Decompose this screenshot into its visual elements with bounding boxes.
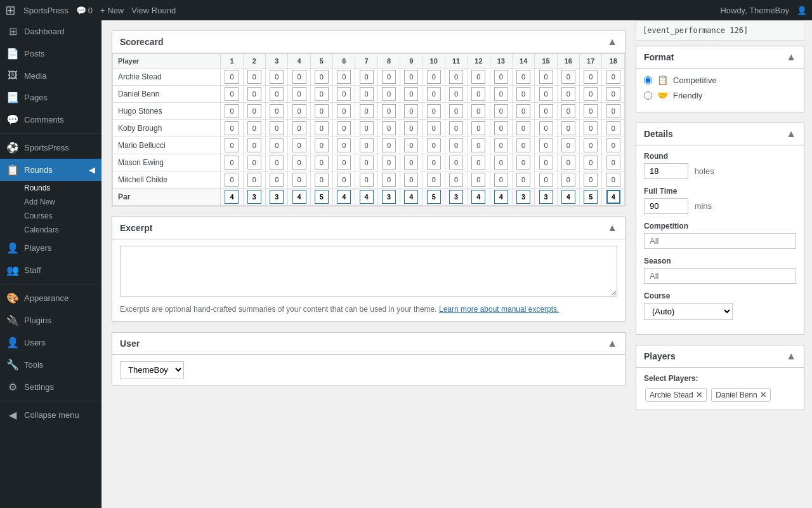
par-input[interactable] (404, 190, 418, 204)
score-input[interactable] (516, 87, 530, 101)
par-input[interactable] (561, 190, 575, 204)
par-input[interactable] (584, 190, 598, 204)
score-input[interactable] (516, 138, 530, 152)
score-input[interactable] (225, 104, 239, 118)
score-input[interactable] (360, 138, 374, 152)
score-input[interactable] (337, 87, 351, 101)
score-input[interactable] (516, 70, 530, 84)
score-input[interactable] (561, 121, 575, 135)
score-input[interactable] (382, 173, 396, 187)
view-round-link[interactable]: View Round (131, 6, 176, 15)
par-input[interactable] (449, 190, 463, 204)
score-input[interactable] (584, 138, 598, 152)
score-input[interactable] (360, 70, 374, 84)
score-input[interactable] (584, 87, 598, 101)
scorecard-header[interactable]: Scorecard ▲ (112, 31, 625, 53)
user-header[interactable]: User ▲ (112, 333, 625, 355)
format-toggle-icon[interactable]: ▲ (786, 51, 796, 63)
par-input[interactable] (494, 190, 508, 204)
sidebar-item-staff[interactable]: 👥 Staff (0, 259, 102, 281)
score-input[interactable] (449, 70, 463, 84)
sidebar-sub-rounds[interactable]: Rounds (0, 181, 102, 195)
course-select[interactable]: (Auto) (644, 303, 733, 320)
score-input[interactable] (427, 121, 441, 135)
par-input[interactable] (539, 190, 553, 204)
player-tag-archie-remove[interactable]: ✕ (696, 391, 702, 399)
score-input[interactable] (315, 173, 329, 187)
score-input[interactable] (382, 70, 396, 84)
score-input[interactable] (471, 121, 485, 135)
score-input[interactable] (315, 104, 329, 118)
score-input[interactable] (427, 104, 441, 118)
round-input[interactable] (644, 163, 688, 179)
par-input[interactable] (247, 190, 261, 204)
score-input[interactable] (471, 87, 485, 101)
score-input[interactable] (471, 138, 485, 152)
sidebar-item-tools[interactable]: 🔧 Tools (0, 354, 102, 376)
score-input[interactable] (337, 104, 351, 118)
score-input[interactable] (427, 70, 441, 84)
score-input[interactable] (427, 173, 441, 187)
score-input[interactable] (225, 70, 239, 84)
score-input[interactable] (270, 138, 284, 152)
score-input[interactable] (315, 156, 329, 170)
score-input[interactable] (561, 156, 575, 170)
score-input[interactable] (494, 121, 508, 135)
shortcode-box[interactable]: [event_performance 126] (636, 20, 804, 41)
score-input[interactable] (247, 104, 261, 118)
score-input[interactable] (247, 70, 261, 84)
score-input[interactable] (561, 70, 575, 84)
score-input[interactable] (270, 104, 284, 118)
sidebar-sub-calendars[interactable]: Calendars (0, 223, 102, 237)
score-input[interactable] (539, 121, 553, 135)
competition-input[interactable] (644, 233, 796, 249)
sidebar-item-players[interactable]: 👤 Players (0, 237, 102, 259)
score-input[interactable] (382, 104, 396, 118)
score-input[interactable] (315, 87, 329, 101)
par-input[interactable] (471, 190, 485, 204)
score-input[interactable] (337, 156, 351, 170)
score-input[interactable] (270, 156, 284, 170)
score-input[interactable] (449, 121, 463, 135)
excerpt-learn-more-link[interactable]: Learn more about manual excerpts. (439, 305, 559, 314)
sidebar-item-comments[interactable]: 💬 Comments (0, 109, 102, 131)
score-input[interactable] (561, 138, 575, 152)
score-input[interactable] (225, 87, 239, 101)
score-input[interactable] (516, 173, 530, 187)
players-header[interactable]: Players ▲ (636, 345, 804, 368)
score-input[interactable] (337, 121, 351, 135)
score-input[interactable] (404, 138, 418, 152)
score-input[interactable] (427, 156, 441, 170)
score-input[interactable] (471, 104, 485, 118)
score-input[interactable] (404, 173, 418, 187)
par-input[interactable] (315, 190, 329, 204)
user-select[interactable]: ThemeBoy (120, 361, 184, 378)
score-input[interactable] (270, 87, 284, 101)
score-input[interactable] (539, 173, 553, 187)
score-input[interactable] (539, 138, 553, 152)
score-input[interactable] (225, 156, 239, 170)
score-input[interactable] (292, 173, 306, 187)
par-input[interactable] (292, 190, 306, 204)
score-input[interactable] (606, 156, 620, 170)
score-input[interactable] (382, 121, 396, 135)
score-input[interactable] (292, 70, 306, 84)
score-input[interactable] (247, 173, 261, 187)
score-input[interactable] (494, 87, 508, 101)
score-input[interactable] (247, 87, 261, 101)
score-input[interactable] (247, 138, 261, 152)
score-input[interactable] (584, 121, 598, 135)
score-input[interactable] (404, 121, 418, 135)
par-input[interactable] (382, 190, 396, 204)
score-input[interactable] (292, 138, 306, 152)
score-input[interactable] (382, 156, 396, 170)
score-input[interactable] (494, 156, 508, 170)
score-input[interactable] (516, 156, 530, 170)
score-input[interactable] (449, 104, 463, 118)
scorecard-toggle-icon[interactable]: ▲ (607, 36, 617, 48)
sidebar-sub-courses[interactable]: Courses (0, 209, 102, 223)
score-input[interactable] (315, 121, 329, 135)
sidebar-item-posts[interactable]: 📄 Posts (0, 43, 102, 65)
par-input[interactable] (337, 190, 351, 204)
score-input[interactable] (584, 156, 598, 170)
